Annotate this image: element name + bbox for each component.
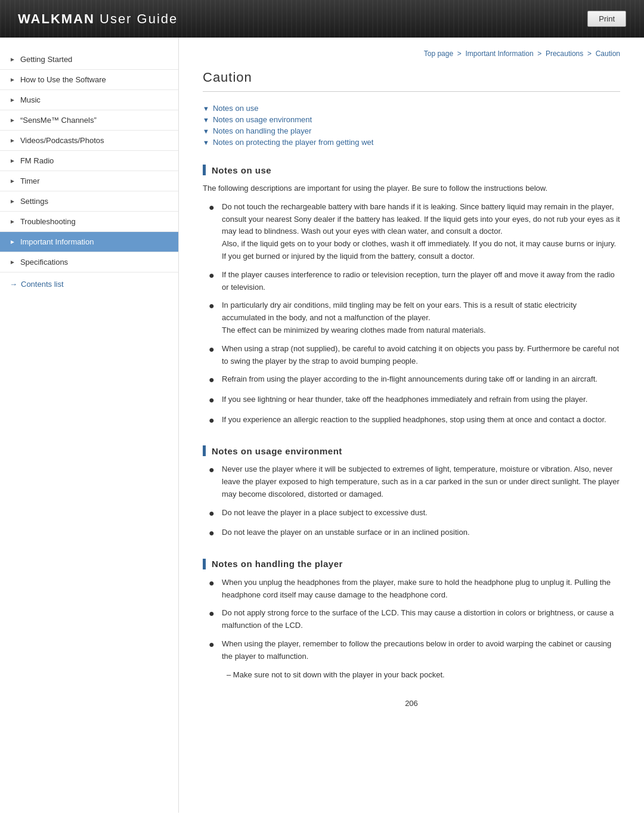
toc-link-3[interactable]: ▼Notes on protecting the player from get…: [203, 138, 620, 147]
contents-list-link[interactable]: → Contents list: [0, 272, 178, 296]
toc-link-2[interactable]: ▼Notes on handling the player: [203, 126, 620, 135]
arrow-icon: ►: [10, 97, 16, 103]
list-item: ●When using a strap (not supplied), be c…: [209, 343, 620, 368]
sidebar-label: Videos/Podcasts/Photos: [20, 136, 104, 145]
bullet-dot: ●: [209, 200, 218, 215]
bullet-dot: ●: [209, 525, 218, 541]
bullet-dot: ●: [209, 413, 218, 428]
bullet-dot: ●: [209, 606, 218, 621]
section-heading: Notes on handling the player: [212, 559, 343, 569]
section-handling: Notes on handling the player ●When you u…: [203, 559, 620, 682]
arrow-icon: ►: [10, 137, 16, 144]
toc-link-label: Notes on use: [213, 104, 259, 113]
sidebar-label: Specifications: [20, 258, 68, 267]
bullet-text: When using a strap (not supplied), be ca…: [222, 343, 620, 368]
section-bar: [203, 165, 206, 175]
bullet-text: Never use the player where it will be su…: [222, 463, 620, 500]
list-item: – Make sure not to sit down with the pla…: [209, 669, 620, 682]
sidebar-item-0[interactable]: ►Getting Started: [0, 49, 178, 70]
main-layout: ►Getting Started►How to Use the Software…: [0, 38, 644, 813]
content-area: Top page > Important Information > Preca…: [179, 38, 644, 732]
list-item: ●In particularly dry air conditions, mil…: [209, 299, 620, 336]
list-item: ●Never use the player where it will be s…: [209, 463, 620, 500]
bullet-dot: ●: [209, 575, 218, 591]
sidebar-item-5[interactable]: ►FM Radio: [0, 151, 178, 171]
breadcrumb-top[interactable]: Top page: [424, 49, 453, 58]
notes-on-use-list: ●Do not touch the rechargeable battery w…: [203, 201, 620, 428]
toc-link-0[interactable]: ▼Notes on use: [203, 104, 620, 113]
list-item: ●When you unplug the headphones from the…: [209, 577, 620, 602]
breadcrumb-current: Caution: [596, 49, 620, 58]
arrow-icon: ►: [10, 117, 16, 123]
section-intro: The following descriptions are important…: [203, 182, 620, 195]
list-item: ●When using the player, remember to foll…: [209, 638, 620, 663]
toc-triangle: ▼: [203, 128, 209, 135]
breadcrumb-important[interactable]: Important Information: [466, 49, 534, 58]
toc-link-1[interactable]: ▼Notes on usage environment: [203, 115, 620, 124]
bullet-dot: ●: [209, 342, 218, 357]
section-title-usage-env: Notes on usage environment: [203, 445, 620, 456]
list-item: ●Do not apply strong force to the surfac…: [209, 607, 620, 632]
bullet-text: Do not leave the player in a place subje…: [222, 507, 620, 519]
sidebar-label: How to Use the Software: [20, 75, 106, 84]
list-item: ●Refrain from using the player according…: [209, 373, 620, 388]
arrow-icon: ►: [10, 56, 16, 63]
bullet-text: When using the player, remember to follo…: [222, 638, 620, 663]
section-title-handling: Notes on handling the player: [203, 559, 620, 569]
header-title: WALKMAN User Guide: [18, 11, 178, 27]
arrow-icon: →: [10, 280, 17, 289]
toc-triangle: ▼: [203, 139, 209, 146]
bullet-text: If the player causes interference to rad…: [222, 269, 620, 294]
sidebar-item-4[interactable]: ►Videos/Podcasts/Photos: [0, 131, 178, 151]
section-usage-environment: Notes on usage environment ●Never use th…: [203, 445, 620, 541]
sidebar-item-7[interactable]: ►Settings: [0, 191, 178, 212]
sidebar-label: Getting Started: [20, 55, 72, 64]
print-button[interactable]: Print: [587, 11, 626, 27]
arrow-icon: ►: [10, 259, 16, 265]
sidebar-item-1[interactable]: ►How to Use the Software: [0, 70, 178, 90]
sidebar-label: Troubleshooting: [20, 217, 76, 226]
bullet-text: Do not touch the rechargeable battery wi…: [222, 201, 620, 263]
section-notes-on-use: Notes on use The following descriptions …: [203, 165, 620, 428]
section-bar: [203, 445, 206, 456]
section-bar: [203, 559, 206, 569]
breadcrumb-precautions[interactable]: Precautions: [546, 49, 583, 58]
page-number: 206: [203, 699, 620, 708]
sidebar-label: FM Radio: [20, 156, 54, 165]
sidebar-item-9[interactable]: ►Important Information: [0, 232, 178, 252]
sidebar-item-8[interactable]: ►Troubleshooting: [0, 212, 178, 232]
header: WALKMAN User Guide Print: [0, 0, 644, 38]
toc-triangle: ▼: [203, 105, 209, 112]
bullet-dot: ●: [209, 637, 218, 652]
list-item: ●If you see lightning or hear thunder, t…: [209, 394, 620, 408]
breadcrumb-text: Top page > Important Information > Preca…: [424, 49, 620, 58]
section-heading: Notes on usage environment: [212, 446, 342, 456]
arrow-icon: ►: [10, 76, 16, 83]
section-title-notes-on-use: Notes on use: [203, 165, 620, 175]
arrow-icon: ►: [10, 198, 16, 205]
bullet-text: – Make sure not to sit down with the pla…: [209, 669, 620, 682]
bullet-dot: ●: [209, 298, 218, 314]
sidebar-item-3[interactable]: ►“SensMe™ Channels”: [0, 110, 178, 131]
sidebar-label: Settings: [20, 197, 48, 206]
guide-text: User Guide: [100, 11, 178, 26]
bullet-dot: ●: [209, 392, 218, 408]
bullet-dot: ●: [209, 268, 218, 283]
sidebar-item-10[interactable]: ►Specifications: [0, 252, 178, 272]
bullet-text: When you unplug the headphones from the …: [222, 577, 620, 602]
list-item: ●Do not leave the player on an unstable …: [209, 527, 620, 541]
sidebar-item-2[interactable]: ►Music: [0, 90, 178, 110]
sidebar: ►Getting Started►How to Use the Software…: [0, 38, 179, 813]
list-item: ●Do not touch the rechargeable battery w…: [209, 201, 620, 263]
toc-link-label: Notes on protecting the player from gett…: [213, 138, 374, 147]
bullet-dot: ●: [209, 462, 218, 478]
bullet-text: In particularly dry air conditions, mild…: [222, 299, 620, 336]
toc-link-label: Notes on usage environment: [213, 115, 312, 124]
handling-list: ●When you unplug the headphones from the…: [203, 577, 620, 682]
page-title: Caution: [203, 70, 620, 92]
list-item: ●If you experience an allergic reaction …: [209, 414, 620, 428]
arrow-icon: ►: [10, 157, 16, 164]
sidebar-label: “SensMe™ Channels”: [20, 116, 97, 125]
bullet-text: If you see lightning or hear thunder, ta…: [222, 394, 620, 406]
sidebar-item-6[interactable]: ►Timer: [0, 171, 178, 191]
